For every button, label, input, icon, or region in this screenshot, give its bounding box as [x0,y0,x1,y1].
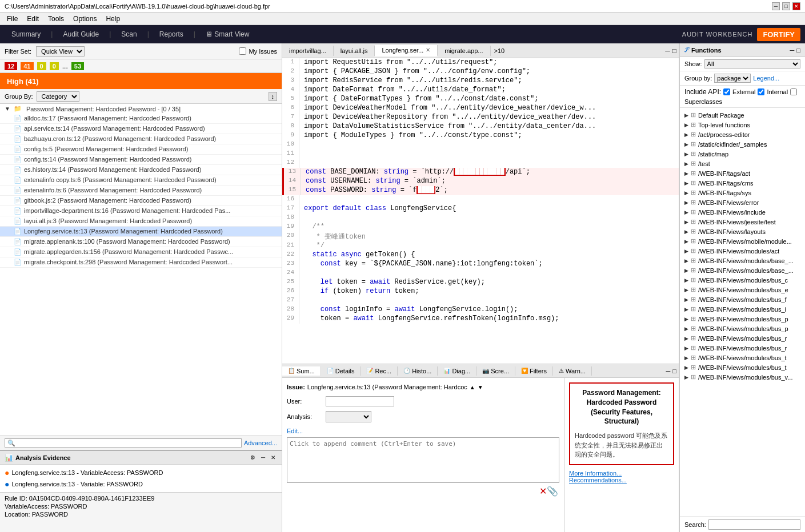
menu-tools[interactable]: Tools [43,14,69,24]
issue-item-extenalcopy[interactable]: 📄extenalinfo copy.ts:6 (Password Managem… [0,175,282,186]
tab-longfeng[interactable]: Longfeng.ser... ✕ [375,45,438,57]
issue-item-api[interactable]: 📄api.service.ts:14 (Password Management:… [0,124,282,134]
analysis-evidence-close[interactable]: ✕ [269,454,277,461]
menu-help[interactable]: Help [101,14,125,24]
tree-item-webinf-modules-busp1[interactable]: ▶ ⊞ /WEB-INF/views/modules/bus_p [680,314,805,324]
toolbar-audit-guide[interactable]: Audit Guide [56,28,106,41]
analysis-select[interactable] [326,411,371,422]
tree-item-webinf-modules-busp2[interactable]: ▶ ⊞ /WEB-INF/views/modules/bus_p [680,324,805,333]
menu-options[interactable]: Options [69,14,101,24]
tree-item-act[interactable]: ▶ ⊞ /act/process-editor [680,130,805,139]
show-select[interactable]: All Functions Methods [704,59,800,68]
group-by-select[interactable]: Category File Severity [37,91,79,102]
recommendations-link[interactable]: Recommendations... [569,477,674,483]
analysis-evidence-minimize[interactable]: ─ [259,454,267,461]
analysis-item-1[interactable]: ● Longfeng.service.ts:13 - VariableAcces… [5,467,277,478]
tree-item-test[interactable]: ▶ ⊞ /test [680,159,805,168]
tab-filters[interactable]: 🔽 Filters [515,366,553,376]
tab-histo[interactable]: 🕐 Histo... [398,366,438,376]
user-input[interactable] [326,396,394,406]
analysis-item-2[interactable]: ● Longfeng.service.ts:13 - Variable: PAS… [5,478,277,490]
tab-summary[interactable]: 📋 Sum... [282,366,321,376]
tab-overflow[interactable]: >10 [491,46,508,56]
close-button[interactable]: ✕ [792,2,800,10]
tab-scre[interactable]: 📷 Scre... [476,366,515,376]
title-bar-controls[interactable]: ─ □ ✕ [772,2,800,10]
advanced-link[interactable]: Advanced... [244,440,277,446]
issue-category-password[interactable]: ▼ 📁 Password Management: Hardcoded Passw… [0,104,282,114]
tab-layui[interactable]: layui.all.js [334,46,375,56]
tab-migrate[interactable]: migrate.app... [438,46,490,56]
tree-item-webinf-modules-bust2[interactable]: ▶ ⊞ /WEB-INF/views/modules/bus_t [680,362,805,372]
issue-item-gitbook[interactable]: 📄gitbook.js:2 (Password Management: Hard… [0,196,282,206]
issue-item-alldoc[interactable]: 📄alldoc.ts:17 (Password Management: Hard… [0,114,282,124]
issue-item-importvillage[interactable]: 📄importvillage-department.ts:16 (Passwor… [0,206,282,216]
tree-item-webinf-modules-bust1[interactable]: ▶ ⊞ /WEB-INF/views/modules/bus_t [680,353,805,362]
issue-item-extenal[interactable]: 📄extenalinfo.ts:6 (Password Management: … [0,186,282,196]
tab-warn[interactable]: ⚠ Warn... [553,366,592,376]
tree-item-webinf-tags-act[interactable]: ▶ ⊞ /WEB-INF/tags/act [680,168,805,178]
comment-submit-btn[interactable]: ✕ [539,486,547,497]
analysis-evidence-settings[interactable]: ⚙ [249,454,257,461]
minimize-button[interactable]: ─ [772,2,780,10]
tab-diag[interactable]: 📊 Diag... [438,366,476,376]
tree-item-webinf-modules-act[interactable]: ▶ ⊞ /WEB-INF/views/modules/act [680,246,805,256]
menu-file[interactable]: File [2,14,22,24]
tree-item-webinf-modules-buse[interactable]: ▶ ⊞ /WEB-INF/views/modules/bus_e [680,285,805,295]
tree-item-webinf-views-layouts[interactable]: ▶ ⊞ /WEB-INF/views/layouts [680,227,805,236]
issue-item-layui[interactable]: 📄layui.all.js:3 (Password Management: Ha… [0,216,282,227]
tree-item-webinf-modules-busv[interactable]: ▶ ⊞ /WEB-INF/views/modules/bus_v... [680,372,805,382]
superclasses-checkbox[interactable] [790,88,797,95]
more-info-link[interactable]: More Information... [569,470,674,477]
menu-edit[interactable]: Edit [22,14,43,24]
tree-item-toplevel[interactable]: ▶ ⊞ Top-level functions [680,120,805,130]
issue-down-btn[interactable]: ▼ [478,384,483,390]
tab-importvillag[interactable]: importvillag... [282,46,334,56]
toolbar-smart-view[interactable]: 🖥 Smart View [199,28,256,41]
issue-item-bazhuayu[interactable]: 📄bazhuayu.cron.ts:12 (Password Managemen… [0,134,282,144]
tab-details[interactable]: 📄 Details [321,366,361,376]
external-checkbox[interactable] [723,88,730,95]
internal-checkbox[interactable] [758,88,764,95]
functions-search-input[interactable] [708,519,800,530]
groupby-select[interactable]: package class file [714,74,751,83]
tree-item-webinf-views-mobile[interactable]: ▶ ⊞ /WEB-INF/views/mobile/module... [680,236,805,246]
tree-item-webinf-modules-busc[interactable]: ▶ ⊞ /WEB-INF/views/modules/bus_c [680,275,805,285]
tree-item-webinf-modules-base1[interactable]: ▶ ⊞ /WEB-INF/views/modules/base_... [680,256,805,265]
tree-item-webinf-views-error[interactable]: ▶ ⊞ /WEB-INF/views/error [680,198,805,207]
my-issues-checkbox[interactable] [239,47,246,55]
sort-button[interactable]: ↕ [269,92,278,101]
tree-item-webinf-views-jeesite[interactable]: ▶ ⊞ /WEB-INF/views/jeesite/test [680,217,805,227]
comment-attach-btn[interactable]: 📎 [547,486,558,497]
tab-minimize-btn[interactable]: ─ [665,47,670,55]
toolbar-scan[interactable]: Scan [114,28,143,41]
issue-item-migrate-checkpoint[interactable]: 📄migrate.checkpoint.ts:298 (Password Man… [0,257,282,268]
search-input[interactable] [5,438,242,448]
tree-item-webinf-modules-busf[interactable]: ▶ ⊞ /WEB-INF/views/modules/bus_f [680,295,805,304]
tree-item-default-package[interactable]: ▶ ⊞ Default Package [680,110,805,120]
tree-item-webinf-modules-base2[interactable]: ▶ ⊞ /WEB-INF/views/modules/base_... [680,265,805,275]
functions-panel-minimize[interactable]: ─ [790,47,795,54]
issue-item-eshistory[interactable]: 📄es.history.ts:14 (Password Management: … [0,165,282,175]
filter-set-select[interactable]: Quick View All [36,46,85,57]
maximize-button[interactable]: □ [782,2,790,10]
issue-up-btn[interactable]: ▲ [470,384,475,390]
issue-item-config2[interactable]: 📄config.ts:14 (Password Management: Hard… [0,155,282,165]
issue-item-migrate-applenank[interactable]: 📄migrate.applenank.ts:100 (Password Mana… [0,237,282,247]
bottom-panel-minimize[interactable]: ─ [666,368,671,374]
tree-item-webinf-tags-sys[interactable]: ▶ ⊞ /WEB-INF/tags/sys [680,188,805,198]
legend-link[interactable]: Legend... [753,75,779,82]
tab-close-icon[interactable]: ✕ [426,47,430,53]
tree-item-webinf-modules-busi[interactable]: ▶ ⊞ /WEB-INF/views/modules/bus_i [680,304,805,314]
issue-item-migrate-applegarden[interactable]: 📄migrate.applegarden.ts:156 (Password Ma… [0,247,282,257]
toolbar-reports[interactable]: Reports [153,28,190,41]
tree-item-static-map[interactable]: ▶ ⊞ /static/map [680,149,805,159]
tree-item-ckfinder[interactable]: ▶ ⊞ /static/ckfinder/_samples [680,139,805,149]
tree-item-webinf-modules-busr2[interactable]: ▶ ⊞ /WEB-INF/views/modules/bus_r [680,343,805,353]
bottom-panel-maximize[interactable]: □ [672,368,676,374]
tree-item-webinf-modules-busr1[interactable]: ▶ ⊞ /WEB-INF/views/modules/bus_r [680,333,805,343]
issue-item-config1[interactable]: 📄config.ts:5 (Password Management: Hardc… [0,144,282,155]
issue-item-longfeng[interactable]: 📄Longfeng.service.ts:13 (Password Manage… [0,227,282,237]
tree-item-webinf-views-include[interactable]: ▶ ⊞ /WEB-INF/views/include [680,207,805,217]
tab-rec[interactable]: 📝 Rec... [361,366,398,376]
